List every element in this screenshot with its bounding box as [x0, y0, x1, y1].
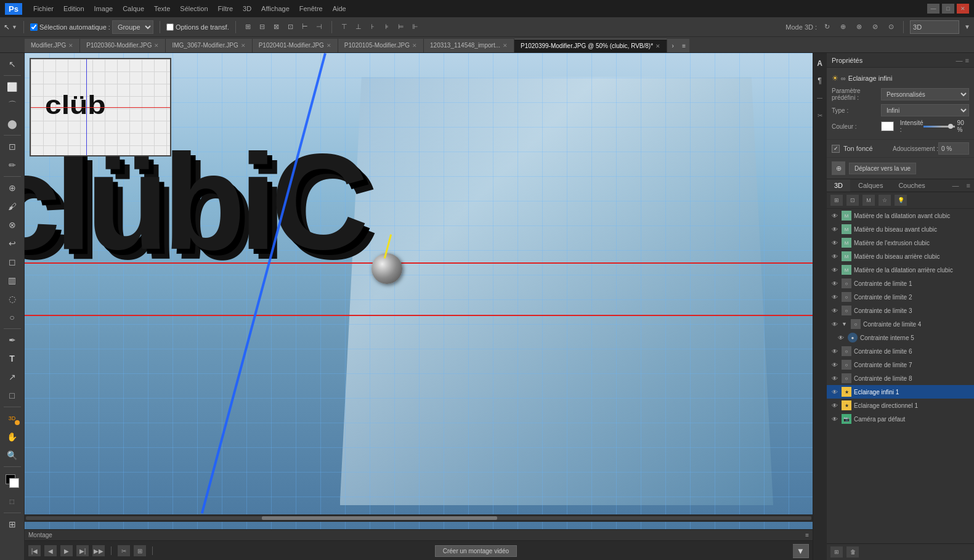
- h-scrollbar-thumb[interactable]: [262, 516, 498, 520]
- brush-tool[interactable]: 🖌: [3, 198, 22, 215]
- panel-bottom-add[interactable]: ⊞: [830, 546, 843, 558]
- properties-minimize-btn[interactable]: —: [956, 57, 963, 64]
- color-swatches[interactable]: [3, 472, 22, 489]
- group-select[interactable]: Groupe: [112, 20, 153, 34]
- mode3d-dropdown[interactable]: ▼: [964, 23, 970, 30]
- align-left-icon[interactable]: ⊞: [242, 22, 254, 33]
- layer-item-3[interactable]: 👁 M Matière du biseau arrière clubic: [827, 250, 974, 263]
- menu-edition[interactable]: Edition: [63, 5, 84, 12]
- marquee-tool[interactable]: ⬜: [3, 78, 22, 95]
- dist-center-icon[interactable]: ⊦: [367, 22, 379, 33]
- panel-tab-3d[interactable]: 3D: [827, 179, 851, 192]
- tl-prev-frame[interactable]: |◀: [28, 545, 41, 556]
- align-center-icon[interactable]: ⊟: [256, 22, 269, 33]
- rp-icon-ruler[interactable]: —: [814, 91, 826, 105]
- auto-select-checkbox[interactable]: [30, 23, 38, 31]
- 3d-zoom-icon[interactable]: ⊗: [853, 22, 865, 33]
- layer-item-10[interactable]: 👁 ○ Contrainte de limite 6: [827, 344, 974, 358]
- hand-tool[interactable]: ✋: [3, 428, 22, 445]
- tl-copy[interactable]: ⊞: [134, 545, 146, 556]
- 3d-slide-icon[interactable]: ⊙: [885, 22, 897, 33]
- move-view-button[interactable]: Déplacer vers la vue: [849, 163, 916, 174]
- couleur-swatch[interactable]: [881, 121, 894, 131]
- properties-close-btn[interactable]: ≡: [965, 57, 969, 64]
- create-montage-dropdown[interactable]: ▼: [793, 544, 809, 558]
- menu-texte[interactable]: Texte: [154, 5, 170, 12]
- layer-item-8[interactable]: 👁 ▼ ○ Contrainte de limite 4: [827, 317, 974, 331]
- layer-item-6[interactable]: 👁 ○ Contrainte de limite 2: [827, 290, 974, 304]
- blur-tool[interactable]: ◌: [3, 290, 22, 307]
- menu-fenetre[interactable]: Fenêtre: [299, 5, 323, 12]
- layer-vis-14[interactable]: 👁: [830, 401, 839, 410]
- crop-tool[interactable]: ⊡: [3, 138, 22, 155]
- tl-play[interactable]: ▶: [60, 545, 73, 556]
- 3d-pan-icon[interactable]: ⊕: [837, 22, 849, 33]
- layer-vis-2[interactable]: 👁: [830, 238, 839, 247]
- layer-vis-0[interactable]: 👁: [830, 211, 839, 220]
- dist-spread-icon[interactable]: ⊨: [395, 22, 407, 33]
- rp-icon-scissors[interactable]: ✂: [814, 108, 826, 122]
- layer-vis-4[interactable]: 👁: [830, 266, 839, 274]
- type-select[interactable]: Infini: [881, 104, 969, 116]
- dist-h-icon[interactable]: ⊤: [338, 22, 351, 33]
- menu-filtre[interactable]: Filtre: [218, 5, 233, 12]
- path-select-tool[interactable]: ↗: [3, 368, 22, 386]
- layer-item-1[interactable]: 👁 M Matière du biseau avant clubic: [827, 222, 974, 236]
- layer-item-5[interactable]: 👁 ○ Contrainte de limite 1: [827, 277, 974, 290]
- create-montage-button[interactable]: Créer un montage vidéo: [435, 545, 517, 557]
- transform-options-checkbox[interactable]: [166, 23, 174, 31]
- rp-icon-1[interactable]: A: [814, 57, 826, 70]
- tabs-scroll-menu[interactable]: ≡: [678, 39, 689, 52]
- tl-prev[interactable]: ◀: [44, 545, 57, 556]
- type-tool[interactable]: T: [3, 350, 22, 367]
- tab-120313[interactable]: 120313_114548_import... ✕: [424, 39, 514, 52]
- layer-item-0[interactable]: 👁 M Matière de la dilatation avant clubi…: [827, 209, 974, 222]
- layer-item-11[interactable]: 👁 ○ Contrainte de limite 7: [827, 358, 974, 371]
- menu-selection[interactable]: Sélection: [180, 5, 208, 12]
- close-button[interactable]: ✕: [957, 4, 969, 14]
- align-top-icon[interactable]: ⊡: [285, 22, 297, 33]
- menu-image[interactable]: Image: [94, 5, 113, 12]
- layer-item-9[interactable]: 👁 ● Contrainte interne 5: [827, 331, 974, 344]
- eraser-tool[interactable]: ◻: [3, 253, 22, 270]
- 3d-roll-icon[interactable]: ⊘: [869, 22, 881, 33]
- maximize-button[interactable]: □: [942, 4, 954, 14]
- ton-fonce-checkbox[interactable]: [832, 145, 840, 153]
- tab-p1020105-close[interactable]: ✕: [412, 39, 417, 52]
- tl-next[interactable]: ▶|: [76, 545, 89, 556]
- tab-p1020401[interactable]: P1020401-Modifier.JPG ✕: [253, 39, 338, 52]
- layer-vis-6[interactable]: 👁: [830, 293, 839, 301]
- mode3d-input[interactable]: [910, 20, 959, 34]
- menu-3d[interactable]: 3D: [243, 5, 251, 12]
- dodge-tool[interactable]: ○: [3, 309, 22, 326]
- tab-modifier-close[interactable]: ✕: [68, 39, 73, 52]
- adoucissement-value[interactable]: [938, 142, 969, 155]
- menu-fichier[interactable]: Fichier: [33, 5, 54, 12]
- layer-vis-8[interactable]: 👁: [830, 320, 839, 328]
- minimize-button[interactable]: —: [927, 4, 940, 14]
- layer-vis-15[interactable]: 👁: [830, 415, 839, 423]
- layer-item-12[interactable]: 👁 ○ Contrainte de limite 8: [827, 371, 974, 385]
- clone-stamp-tool[interactable]: ⊗: [3, 216, 22, 233]
- dist-spread2-icon[interactable]: ⊩: [409, 22, 421, 33]
- layer-item-7[interactable]: 👁 ○ Contrainte de limite 3: [827, 304, 974, 317]
- tab-p1020399-close[interactable]: ✕: [655, 39, 660, 53]
- menu-affichage[interactable]: Affichage: [261, 5, 290, 12]
- zoom-tool[interactable]: 🔍: [3, 447, 22, 464]
- rp-icon-2[interactable]: ¶: [814, 74, 826, 87]
- layer-vis-11[interactable]: 👁: [830, 360, 839, 369]
- layer-scene-btn[interactable]: ⊡: [846, 195, 859, 206]
- tab-img3067[interactable]: IMG_3067-Modifier.JPG ✕: [166, 39, 252, 52]
- align-right-icon[interactable]: ⊠: [270, 22, 283, 33]
- gradient-tool[interactable]: ▥: [3, 272, 22, 289]
- layer-star-btn[interactable]: ☆: [879, 195, 891, 206]
- lasso-tool[interactable]: ⌒: [3, 97, 22, 114]
- param-predefini-select[interactable]: Personnalisés: [881, 88, 969, 100]
- tabs-scroll-forward[interactable]: ›: [667, 39, 678, 52]
- quick-mask-tool[interactable]: ⬚: [3, 493, 22, 510]
- layer-expand-8[interactable]: ▼: [842, 321, 847, 327]
- layer-item-13[interactable]: 👁 ★ Eclairage infini 1: [827, 385, 974, 399]
- timeline-menu[interactable]: ≡: [805, 532, 809, 538]
- tab-p1020360-close[interactable]: ✕: [154, 39, 159, 52]
- layer-item-14[interactable]: 👁 ★ Eclairage directionnel 1: [827, 399, 974, 412]
